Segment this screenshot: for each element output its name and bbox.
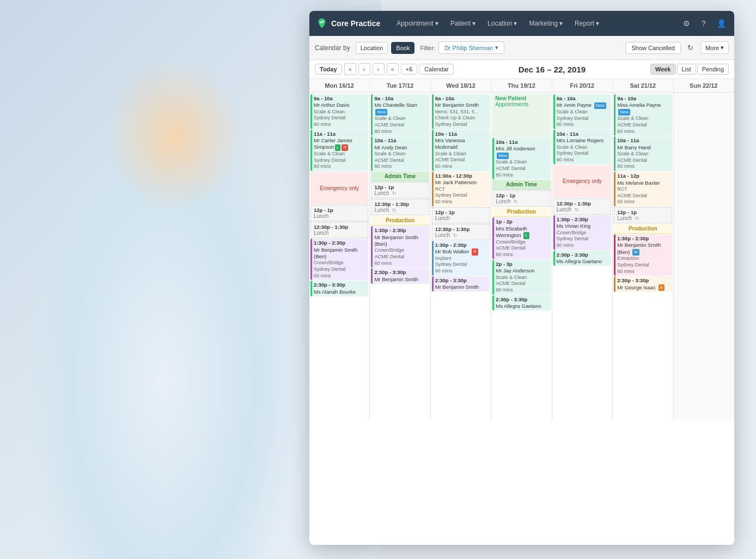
appt-thu-1[interactable]: 10a - 11a Mrs Jill Anderson New Scale & …: [492, 138, 550, 179]
settings-icon[interactable]: ⚙: [680, 17, 693, 30]
top-nav: Core Practice Appointment ▾ Patient ▾ Lo…: [309, 11, 734, 36]
refresh-icon-thu: ↻: [514, 199, 518, 204]
location-button[interactable]: Location: [356, 42, 388, 54]
badge-new-thu: New: [497, 153, 509, 159]
header-sat: Sat 21/12: [613, 79, 673, 92]
lunch-tue-1[interactable]: 12p - 1p Lunch ↻: [371, 182, 429, 198]
plus6-button[interactable]: +6: [401, 64, 418, 75]
nav-prev[interactable]: ‹: [358, 63, 370, 75]
filter-label: Filter:: [420, 45, 435, 51]
filter-dropdown[interactable]: Dr Philip Sherman ▾: [438, 41, 504, 54]
app-window: Core Practice Appointment ▾ Patient ▾ Lo…: [309, 11, 734, 545]
production-thu: Production: [492, 207, 550, 217]
appt-thu-3[interactable]: 2p - 3p Mr Jay Anderson Scale & CleanACM…: [492, 260, 550, 295]
calendar-button[interactable]: Calendar: [419, 64, 454, 75]
appt-wed-4[interactable]: 1:30p - 2:30p Mr Bob Walker R ImplantSyd…: [432, 241, 490, 276]
nav-icons: ⚙ ? 👤: [680, 17, 728, 30]
appt-tue-2[interactable]: 10a - 11a Mr Andy Dean Scale & CleanACME…: [371, 136, 429, 171]
appt-sat-4[interactable]: 1:30p - 2:30p Mr Benjamin Smith (Ben) M …: [614, 234, 672, 276]
nav-patient[interactable]: Patient ▾: [446, 17, 480, 29]
pending-view-button[interactable]: Pending: [697, 64, 729, 75]
appt-sat-3[interactable]: 11a - 12p Ms Melanie Baxter RCTACME Dent…: [614, 172, 672, 206]
view-buttons: Week List Pending: [650, 64, 729, 75]
more-button[interactable]: More ▾: [700, 41, 729, 54]
calendar-grid: Mon 16/12 Tue 17/12 Wed 18/12 Thu 19/12 …: [309, 79, 734, 542]
admin-tue: Admin Time: [371, 172, 429, 181]
date-range-title: Dec 16 – 22, 2019: [519, 65, 586, 74]
production-tue: Production: [371, 216, 429, 226]
appt-wed-5[interactable]: 2:30p - 3:30p Mr Benjamin Smith: [432, 276, 490, 292]
list-view-button[interactable]: List: [677, 64, 696, 75]
badge-l-thu: L: [523, 232, 529, 239]
appt-fri-4[interactable]: 2:30p - 3:30p Ms Allegra Gaetano: [553, 251, 611, 266]
nav-marketing[interactable]: Marketing ▾: [525, 17, 567, 29]
appt-fri-3[interactable]: 1:30p - 2:30p Ms Vivian King Crown/Bridg…: [553, 215, 611, 250]
header-tue: Tue 17/12: [370, 79, 430, 92]
nav-last[interactable]: »: [387, 63, 399, 75]
nav-appointment[interactable]: Appointment ▾: [392, 17, 442, 29]
badge-r: R: [342, 144, 348, 151]
thursday-column: New Patient Appointments 10a - 11a Mrs J…: [491, 93, 552, 420]
toolbar: Calendar by Location Book Filter: Dr Phi…: [309, 36, 734, 60]
header-thu: Thu 19/12: [491, 79, 552, 92]
production-sat: Production: [614, 224, 672, 234]
new-patient-thu: New Patient Appointments: [492, 94, 550, 137]
header-mon: Mon 16/12: [309, 79, 370, 92]
tuesday-column: 9a - 10a Ms Chantelle Starr New Scale & …: [370, 93, 430, 420]
book-button[interactable]: Book: [391, 42, 414, 54]
badge-new-fri: New: [594, 102, 606, 109]
lunch-wed-1[interactable]: 12p - 1p Lunch: [432, 207, 490, 223]
lunch-sat[interactable]: 12p - 1p Lunch ↻: [614, 207, 672, 223]
appt-thu-4[interactable]: 2:30p - 3:30p Ms Allegra Gaetano: [492, 295, 550, 311]
appt-thu-2[interactable]: 1p - 2p Mrs Elizabeth Werrington L Crown…: [492, 217, 550, 259]
lunch-thu[interactable]: 12p - 1p Lunch ↻: [492, 190, 550, 206]
emergency-mon: Emergency only: [310, 172, 368, 204]
appt-sat-2[interactable]: 10a - 11a Mr Barry Hand Scale & CleanACM…: [614, 136, 672, 171]
nav-first[interactable]: «: [344, 63, 356, 75]
today-button[interactable]: Today: [315, 64, 342, 75]
logo-icon: [316, 17, 328, 29]
refresh-icon-tue1: ↻: [392, 191, 397, 196]
friday-column: 9a - 10a Mr Amin Payne New Scale & Clean…: [552, 93, 613, 420]
lunch-fri[interactable]: 12:30p - 1:30p Lunch ↻: [553, 198, 611, 215]
appt-mon-2[interactable]: 11a - 11a Mr Carter James SimpsonLR Scal…: [310, 130, 368, 171]
lunch-tue-2[interactable]: 12:30p - 1:30p Lunch ↻: [371, 199, 429, 215]
appt-sat-1[interactable]: 9a - 10a Miss Amelia Payne New Scale & C…: [614, 94, 672, 136]
appt-wed-2[interactable]: 10a - 11a Mrs Vanessa Mcdonald Scale & C…: [432, 130, 490, 171]
appt-tue-1[interactable]: 9a - 10a Ms Chantelle Starr New Scale & …: [371, 94, 429, 136]
appt-tue-4[interactable]: 2:30p - 3:30p Mr Benjamin Smith: [371, 268, 429, 284]
lunch-mon-1[interactable]: 12p - 1p Lunch: [310, 205, 368, 221]
refresh-icon-tue2: ↻: [392, 208, 397, 213]
appt-wed-1[interactable]: 9a - 10a Mr Benjamin Smith Items: 531, 5…: [432, 94, 490, 129]
lunch-wed-2[interactable]: 12:30p - 1:30p Lunch ↻: [432, 224, 490, 240]
badge-a-sat: A: [659, 284, 664, 291]
refresh-icon[interactable]: ↻: [684, 41, 697, 54]
monday-column: 9a - 10a Mr Arthur Davis Scale & CleanSy…: [309, 93, 370, 420]
lunch-mon-2[interactable]: 12:30p - 1:30p Lunch: [310, 222, 368, 238]
sunday-column: [674, 93, 734, 420]
badge-new-tue: New: [375, 109, 387, 116]
appt-fri-2[interactable]: 10a - 11a Mrs Lorraine Rogers Scale & Cl…: [553, 130, 611, 165]
appt-mon-3[interactable]: 1:30p - 2:30p Mr Benjamin Smith (Ben) Cr…: [310, 239, 368, 280]
badge-new-sat: New: [618, 109, 630, 116]
appt-fri-1[interactable]: 9a - 10a Mr Amin Payne New Scale & Clean…: [553, 94, 611, 129]
appt-mon-4[interactable]: 2:30p - 3:30p Ms Alanah Bourke: [310, 281, 368, 296]
nav-next[interactable]: ›: [373, 63, 385, 75]
admin-thu: Admin Time: [492, 180, 550, 190]
nav-report[interactable]: Report ▾: [570, 17, 603, 29]
user-icon[interactable]: 👤: [715, 17, 728, 30]
wednesday-column: 9a - 10a Mr Benjamin Smith Items: 531, 5…: [431, 93, 491, 420]
help-icon[interactable]: ?: [697, 17, 710, 30]
header-sun: Sun 22/12: [674, 79, 734, 92]
week-view-button[interactable]: Week: [650, 64, 676, 75]
nav-location[interactable]: Location ▾: [483, 17, 521, 29]
emergency-fri: Emergency only: [553, 165, 611, 198]
appt-wed-3[interactable]: 11:30a - 12:30p Mr Jack Patterson RCTSyd…: [432, 172, 490, 206]
refresh-icon-wed: ↻: [453, 233, 458, 238]
appt-sat-5[interactable]: 2:30p - 3:30p Mr George Isaac A: [614, 276, 672, 292]
appt-tue-3[interactable]: 1:30p - 2:30p Mr Benjamin Smith (Ben) Cr…: [371, 226, 429, 268]
show-cancelled-button[interactable]: Show Cancelled: [625, 42, 681, 54]
calendar-by-label: Calendar by: [315, 44, 350, 52]
appt-mon-1[interactable]: 9a - 10a Mr Arthur Davis Scale & CleanSy…: [310, 94, 368, 129]
logo-area: Core Practice: [316, 17, 380, 29]
